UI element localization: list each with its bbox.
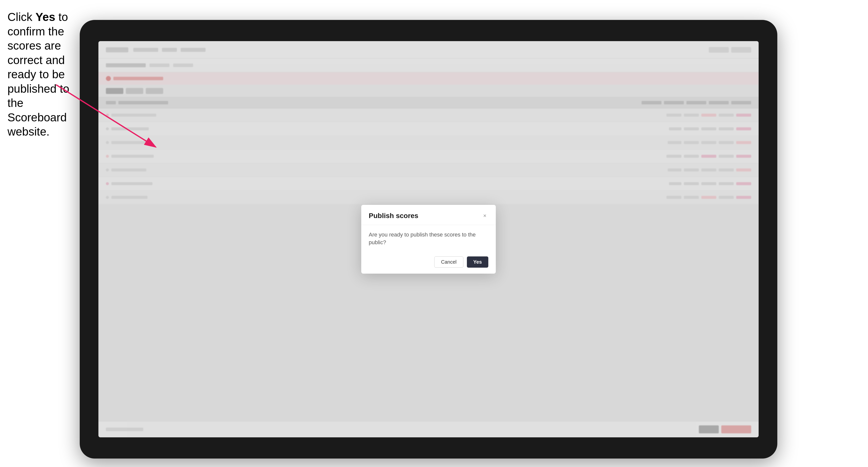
instruction-text: Click Yes to confirm the scores are corr… (7, 10, 77, 139)
modal-overlay: Publish scores × Are you ready to publis… (98, 41, 758, 437)
instruction-part1: Click (7, 10, 35, 24)
instruction-bold: Yes (35, 10, 55, 24)
modal-header: Publish scores × (361, 205, 496, 225)
tablet-screen: Publish scores × Are you ready to publis… (98, 41, 758, 437)
instruction-part2: to confirm the scores are correct and re… (7, 10, 69, 138)
modal-message: Are you ready to publish these scores to… (369, 231, 488, 246)
publish-scores-dialog: Publish scores × Are you ready to publis… (361, 205, 496, 274)
modal-footer: Cancel Yes (361, 252, 496, 274)
modal-title: Publish scores (369, 212, 418, 220)
cancel-button[interactable]: Cancel (434, 256, 463, 268)
modal-close-button[interactable]: × (481, 212, 488, 219)
modal-body: Are you ready to publish these scores to… (361, 225, 496, 252)
tablet-device: Publish scores × Are you ready to publis… (80, 20, 777, 459)
yes-button[interactable]: Yes (467, 256, 488, 268)
